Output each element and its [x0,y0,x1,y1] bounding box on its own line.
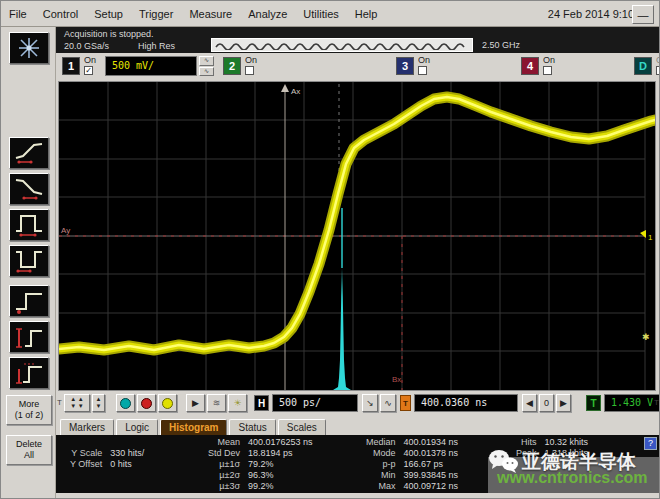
channel-d-checkbox[interactable] [656,66,660,75]
position-right-button[interactable]: ▶ [556,394,571,412]
channel-2-checkbox[interactable] [245,66,254,75]
right-trigger-tick: T [654,398,659,407]
rise-edge-icon [14,140,44,166]
bx-marker-label[interactable]: Bx [392,375,401,384]
rise-time-measure-button[interactable] [9,137,49,169]
autoscale-star-button[interactable] [9,32,49,64]
preview-waveform-icon [214,40,468,50]
channel-4-button[interactable]: 4 [521,57,539,75]
y-axis-settings: Y Scale 330 hits/ Y Offset 0 hits [70,448,144,469]
channel-d-button[interactable]: D [634,57,652,75]
ax-marker-label[interactable]: Ax [291,87,300,96]
channel-1-checkbox[interactable]: ✓ [84,66,93,75]
menu-control[interactable]: Control [43,8,78,20]
tab-logic[interactable]: Logic [116,419,158,435]
channel-d-on-label: On [656,55,660,65]
horizontal-menu-button[interactable]: H [254,395,269,411]
fine-spinner-button[interactable]: ▲ ▼ [92,394,105,412]
channel-d-on: On [656,55,660,75]
menu-measure[interactable]: Measure [189,8,232,20]
tab-histogram[interactable]: Histogram [160,419,227,435]
help-button[interactable]: ? [644,437,657,450]
intensity-button[interactable]: ☀ [228,394,247,412]
menu-trigger[interactable]: Trigger [139,8,173,20]
menu-file[interactable]: File [9,8,27,20]
channel-1-scale-field[interactable]: 500 mV/ [105,56,197,76]
channel-1-scale-spinner[interactable]: ∿ ∿ [199,56,214,76]
trigger-menu-button[interactable]: T [586,395,601,411]
trigger-position-marker[interactable]: T [400,395,411,411]
vtop-measure-button[interactable] [9,357,49,389]
red-circle-icon [141,398,152,409]
tab-status[interactable]: Status [229,419,275,435]
timebase-scale-field[interactable]: 500 ps/ [272,394,358,412]
zoom-in-wave-button[interactable]: ∿ [380,394,396,412]
marker-color-yellow-button[interactable] [158,394,177,412]
step-amplitude-icon [14,324,44,350]
trigger-level-field[interactable]: 1.430 V [604,394,660,412]
tab-markers[interactable]: Markers [60,419,114,435]
sun-icon: ☀ [233,398,241,408]
max-label: Max [366,481,396,491]
fall-edge-icon [14,176,44,202]
horizontal-position-field[interactable]: 400.0360 ns [414,394,518,412]
spinner-down-icon[interactable]: ∿ [199,67,214,77]
step-top-icon [14,360,44,386]
channel-3-button[interactable]: 3 [396,57,414,75]
channel-1-button[interactable]: 1 [62,57,80,75]
more-label: More [19,399,40,409]
menu-setup[interactable]: Setup [94,8,123,20]
overshoot-measure-button[interactable] [9,285,49,317]
y-offset-value[interactable]: 0 hits [110,459,144,469]
more-button[interactable]: More (1 of 2) [6,395,52,425]
y-scale-value[interactable]: 330 hits/ [110,448,144,458]
channel-2-button[interactable]: 2 [223,57,241,75]
median-value: 400.01934 ns [404,437,459,447]
menu-utilities[interactable]: Utilities [303,8,338,20]
channel-3-checkbox[interactable] [418,66,427,75]
sigma3-label: µ±3σ [208,481,240,491]
min-label: Min [366,470,396,480]
step-overshoot-icon [14,288,44,314]
left-trigger-tick: T [57,398,62,407]
ay-marker-label[interactable]: Ay [61,226,70,235]
hits-value: 10.32 khits [545,437,589,447]
teal-circle-icon [120,398,131,409]
time-histogram-spike [333,268,351,390]
pan-pad-button[interactable]: ▲ ▲ ▼ ▼ [64,394,90,412]
level-marker-2[interactable]: ✱ [642,332,650,342]
menu-analyze[interactable]: Analyze [248,8,287,20]
pp-label: p-p [366,459,396,469]
channel-1-on-label: On [84,55,96,65]
marker-color-red-button[interactable] [137,394,156,412]
channel-4-checkbox[interactable] [543,66,552,75]
waveform-preview[interactable] [211,38,473,52]
level-marker-1[interactable]: 1 [648,233,653,242]
small-wave-icon: ↘ [366,398,374,408]
acquisition-mode: High Res [138,41,175,51]
position-left-button[interactable]: ◀ [522,394,537,412]
fall-time-measure-button[interactable] [9,173,49,205]
zoom-out-wave-button[interactable]: ↘ [362,394,378,412]
star-icon [16,36,42,60]
waveform-display[interactable]: Ay Bx Ax 1 ✱ [58,81,656,391]
mode-value: 400.01378 ns [404,448,459,458]
minimize-button[interactable]: — [632,5,654,24]
oscilloscope-app: File Control Setup Trigger Measure Analy… [0,0,660,499]
spin-down-icon: ▼ [96,403,102,410]
stddev-label: Std Dev [208,448,240,458]
delete-all-button[interactable]: Delete All [6,435,52,465]
menu-help[interactable]: Help [355,8,378,20]
run-control-button[interactable]: ▶ [186,394,205,412]
marker-color-teal-button[interactable] [116,394,135,412]
overlay-waveforms-button[interactable]: ≋ [207,394,226,412]
overlap-waves-icon: ≋ [213,398,221,408]
vamplitude-measure-button[interactable] [9,321,49,353]
hits-label: Hits [516,437,537,447]
sigma2-label: µ±2σ [208,470,240,480]
position-zero-button[interactable]: 0 [539,394,554,412]
pos-width-measure-button[interactable] [9,209,49,241]
neg-width-measure-button[interactable] [9,245,49,277]
spinner-up-icon[interactable]: ∿ [199,56,214,66]
tab-scales[interactable]: Scales [278,419,326,435]
